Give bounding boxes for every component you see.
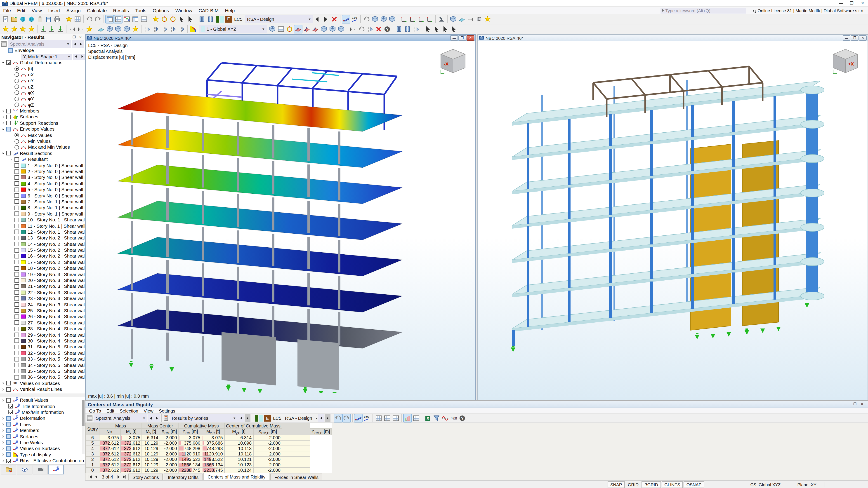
line-tool-2-icon[interactable]	[432, 25, 441, 33]
subcol-2[interactable]: My [t]	[142, 429, 160, 435]
tree-item-29-story-no-4-shear-wall-no-35[interactable]: 29 - Story No. 4 | Shear wall No. 35	[0, 332, 85, 338]
line-tool-3-icon[interactable]	[441, 25, 450, 33]
grid-settings-icon[interactable]	[277, 25, 285, 33]
prev-case-icon[interactable]	[313, 15, 322, 23]
model-network-icon[interactable]	[27, 15, 36, 23]
viewport-left-canvas[interactable]: LC5 - RSA - Design Spectral Analysis Dis…	[86, 41, 475, 400]
cell[interactable]: -2.000	[253, 446, 282, 451]
tree-item-max-and-min-values[interactable]: Max and Min Values	[0, 144, 85, 151]
prev-table-button[interactable]	[93, 474, 99, 480]
cell[interactable]: 375.686	[179, 440, 202, 446]
table-tab-centers-of-mass-and-rigidity[interactable]: Centers of Mass and Rigidity	[204, 473, 270, 480]
viewport-minimize-button[interactable]: —	[843, 35, 850, 41]
subcol-4[interactable]: YCM [m]	[179, 429, 202, 435]
analysis-combo[interactable]: Spectral Analysis ▼	[8, 40, 71, 48]
snap-columns-icon[interactable]	[206, 15, 215, 23]
tree-item-support-reactions[interactable]: Support Reactions	[0, 120, 85, 126]
edit-lines-icon[interactable]	[143, 25, 151, 33]
redo-icon[interactable]	[94, 15, 102, 23]
table-view-3-icon[interactable]	[392, 414, 400, 422]
tree-item-14-story-no-2-shear-wall-no-18[interactable]: 14 - Story No. 2 | Shear wall No. 18	[0, 241, 85, 247]
table-row-story-1[interactable]: 1372.612372.61210.129-2.0001866.1341866.…	[86, 462, 332, 467]
edit-members-icon[interactable]	[151, 25, 160, 33]
view-xz-icon[interactable]	[311, 25, 320, 33]
tree-item-15-story-no-2-shear-wall-no-19[interactable]: 15 - Story No. 2 | Shear wall No. 19	[0, 247, 85, 253]
select-circle-icon[interactable]	[160, 15, 168, 23]
cell[interactable]: 372.612	[121, 446, 142, 451]
menu-window[interactable]: Window	[172, 7, 195, 13]
color-scale-icon[interactable]	[189, 25, 197, 33]
cell[interactable]: -2.000	[160, 457, 178, 462]
new-support-icon[interactable]	[39, 25, 48, 33]
cell[interactable]: -2.000	[160, 440, 178, 446]
cell[interactable]: 10.121	[224, 457, 253, 462]
edit-loads-icon[interactable]	[177, 25, 186, 33]
work-plane-icon[interactable]	[458, 15, 466, 23]
tree-item-11-story-no-1-shear-wall-no-14[interactable]: 11 - Story No. 1 | Shear wall No. 14	[0, 223, 85, 229]
new-model-icon[interactable]	[1, 15, 10, 23]
settings-icon[interactable]: ?	[383, 25, 392, 33]
tree-item-4-story-no-0-shear-wall-no-5[interactable]: 4 - Story No. 0 | Shear wall No. 5	[0, 181, 85, 187]
col-mass-center[interactable]: Mass Center	[142, 423, 179, 429]
tree-item-20-story-no-3-shear-wall-no-25[interactable]: 20 - Story No. 3 | Shear wall No. 25	[0, 278, 85, 284]
panel-colors-icon[interactable]	[123, 15, 131, 23]
analysis-prev-button[interactable]	[72, 40, 78, 48]
cell-story-no[interactable]: 3	[86, 451, 99, 457]
solid-model-icon[interactable]	[371, 15, 379, 23]
cell[interactable]: 3.075	[121, 435, 142, 440]
table-view-2-icon[interactable]	[383, 414, 392, 422]
cell[interactable]: -2.000	[160, 435, 178, 440]
tree-item-min-values[interactable]: Min Values	[0, 138, 85, 144]
sync-to-model-icon[interactable]	[334, 414, 342, 422]
tree-item-surfaces[interactable]: Surfaces	[0, 433, 85, 440]
cell[interactable]: 1493.522	[179, 457, 202, 462]
tree-item-uy[interactable]: uY	[0, 78, 85, 84]
tree-item-5-story-no-0-shear-wall-no-7[interactable]: 5 - Story No. 0 | Shear wall No. 7	[0, 187, 85, 193]
subcol-0[interactable]: No.	[99, 429, 121, 435]
result-values-icon[interactable]: x.xx	[350, 15, 359, 23]
table-analysis-next[interactable]	[154, 414, 160, 422]
cell[interactable]: 10.098	[224, 440, 253, 446]
tree-item-28-story-no-4-shear-wall-no-34[interactable]: 28 - Story No. 4 | Shear wall No. 34	[0, 326, 85, 332]
tree-item-resultant[interactable]: Resultant	[0, 156, 85, 162]
intersect-lines-icon[interactable]	[403, 25, 412, 33]
cell[interactable]: 1120.910	[202, 451, 224, 457]
table-menu-settings[interactable]: Settings	[156, 408, 178, 413]
tree-item-35-story-no-5-shear-wall-no-42[interactable]: 35 - Story No. 5 | Shear wall No. 42	[0, 368, 85, 374]
cell[interactable]: 10.129	[142, 457, 160, 462]
tree-item-global-deformations[interactable]: Global Deformations	[0, 60, 85, 66]
cell[interactable]: -2.000	[253, 467, 282, 473]
tree-item-25-story-no-4-shear-wall-no-31[interactable]: 25 - Story No. 4 | Shear wall No. 31	[0, 308, 85, 314]
cell[interactable]: 372.612	[121, 462, 142, 467]
tree-item-26-story-no-4-shear-wall-no-32[interactable]: 26 - Story No. 4 | Shear wall No. 32	[0, 314, 85, 320]
navigator-scrollbar[interactable]	[82, 400, 85, 454]
blocks-icon[interactable]	[449, 15, 458, 23]
status-toggle-grid[interactable]: GRID	[625, 482, 641, 487]
delete-results-icon[interactable]	[330, 15, 339, 23]
connect-lines-icon[interactable]	[412, 25, 421, 33]
table-row-story-4[interactable]: 4372.612372.61210.129-2.000748.298748.29…	[86, 446, 332, 451]
cell[interactable]: 372.612	[121, 457, 142, 462]
cell[interactable]: -2.000	[253, 440, 282, 446]
cell[interactable]: 1866.134	[202, 462, 224, 467]
lc-prev[interactable]	[318, 414, 324, 422]
table-row-story-5[interactable]: 5372.612372.61210.129-2.000375.686375.68…	[86, 440, 332, 446]
tree-item-12-story-no-1-shear-wall-no-15[interactable]: 12 - Story No. 1 | Shear wall No. 15	[0, 229, 85, 235]
tree-item-z[interactable]: φZ	[0, 102, 85, 108]
filter-icon[interactable]	[432, 414, 441, 422]
cell[interactable]: 3.075	[202, 435, 224, 440]
cell[interactable]: 1866.134	[179, 462, 202, 467]
subcol-3[interactable]: XCM [m]	[160, 429, 178, 435]
tree-item-deformation[interactable]: Deformation	[0, 415, 85, 421]
cell-story-no[interactable]: 2	[86, 457, 99, 462]
cell[interactable]: -2.000	[160, 467, 178, 473]
edit-surfaces-icon[interactable]	[160, 25, 168, 33]
select-cursor-icon[interactable]	[177, 15, 186, 23]
cell[interactable]: 10.129	[142, 462, 160, 467]
cell[interactable]: 372.612	[99, 451, 121, 457]
cell[interactable]: 372.612	[99, 440, 121, 446]
table-menu-go-to[interactable]: Go To	[86, 408, 104, 413]
parallel-lines-icon[interactable]	[395, 25, 403, 33]
tree-item-9-story-no-1-shear-wall-no-12[interactable]: 9 - Story No. 1 | Shear wall No. 12	[0, 211, 85, 217]
table-list-icon[interactable]	[73, 15, 82, 23]
